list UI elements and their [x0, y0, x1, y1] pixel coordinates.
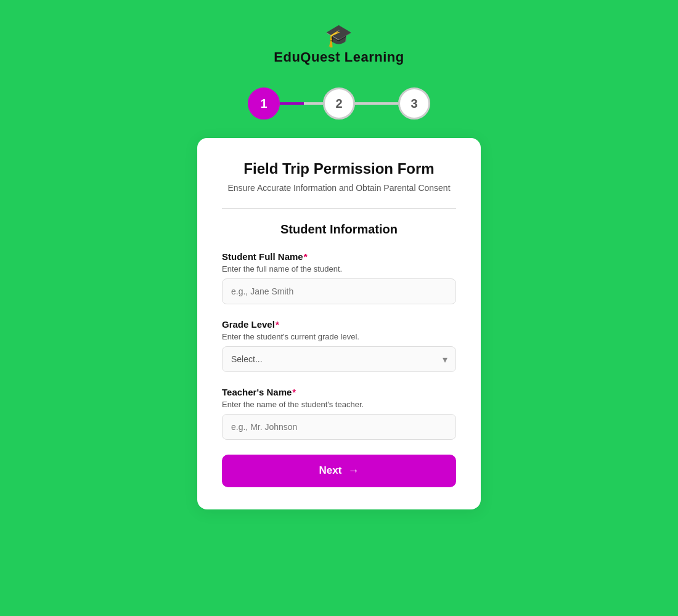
grade-level-select-wrapper: Select... Grade 1 Grade 2 Grade 3 Grade … — [222, 346, 456, 372]
header: 🎓 EduQuest Learning — [274, 25, 404, 65]
logo-text: EduQuest Learning — [274, 49, 404, 65]
grade-level-label: Grade Level* — [222, 319, 456, 330]
student-name-hint: Enter the full name of the student. — [222, 264, 456, 274]
step-2: 2 — [323, 87, 355, 120]
teacher-name-label: Teacher's Name* — [222, 387, 456, 397]
divider — [222, 208, 456, 209]
student-name-input[interactable] — [222, 278, 456, 304]
step-3: 3 — [398, 87, 430, 120]
arrow-right-icon: → — [348, 464, 359, 477]
card-subtitle: Ensure Accurate Information and Obtain P… — [222, 182, 456, 195]
teacher-name-hint: Enter the name of the student's teacher. — [222, 400, 456, 409]
grade-level-select[interactable]: Select... Grade 1 Grade 2 Grade 3 Grade … — [222, 346, 456, 372]
step-connector-1 — [280, 102, 323, 105]
student-name-label: Student Full Name* — [222, 251, 456, 262]
step-connector-2 — [355, 102, 398, 105]
stepper: 1 2 3 — [248, 87, 430, 120]
next-label: Next — [319, 464, 342, 477]
teacher-name-input[interactable] — [222, 414, 456, 440]
grade-level-field-group: Grade Level* Enter the student's current… — [222, 319, 456, 372]
next-button[interactable]: Next → — [222, 455, 456, 487]
student-name-field-group: Student Full Name* Enter the full name o… — [222, 251, 456, 304]
form-card: Field Trip Permission Form Ensure Accura… — [197, 138, 481, 509]
step-1: 1 — [248, 87, 280, 120]
card-title: Field Trip Permission Form — [222, 160, 456, 177]
grade-level-hint: Enter the student's current grade level. — [222, 332, 456, 341]
section-title: Student Information — [222, 222, 456, 237]
teacher-name-field-group: Teacher's Name* Enter the name of the st… — [222, 387, 456, 440]
logo-icon: 🎓 — [325, 25, 353, 47]
